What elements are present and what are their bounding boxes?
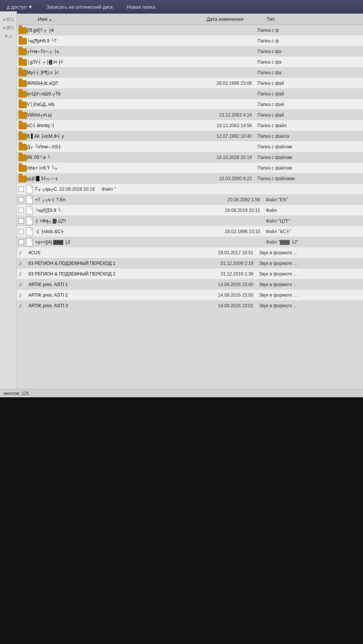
file-name: VlйУоI┬m.ці [27, 112, 186, 118]
file-type: Папка с ф [258, 38, 361, 44]
file-type: Звук в формате ... [259, 292, 361, 298]
table-row[interactable]: +у=+]|А|.▓▓▓ ├2 Файл "▓▓▓ ├2" [17, 237, 363, 247]
file-icon [26, 185, 33, 193]
toolbar-new-folder[interactable]: Новая папка [124, 3, 158, 11]
file-name: ┤ <Фq┬ ▓і.ЦТf [35, 218, 194, 224]
file-name: +у=+]|А|.▓▓▓ ├2 [35, 240, 194, 245]
sidebar-item-c[interactable]: х (C:) [0, 15, 17, 23]
music-icon [19, 249, 26, 257]
checkbox[interactable] [19, 229, 24, 234]
table-row[interactable]: q<ЦV∩нШ9.┬Тb Папка с фай [17, 89, 363, 99]
toolbar: д доступ ▼ Записать на оптический диск Н… [0, 0, 363, 14]
toolbar-access[interactable]: д доступ ▼ [4, 3, 36, 11]
file-type: Звук в формате ... [259, 271, 361, 277]
table-row[interactable]: {f3.g#[?.┬ ├й Папка с ф [17, 25, 363, 36]
table-row[interactable]: └щ¦¶рН6.9 └? Папка с ф [17, 36, 363, 46]
table-row[interactable]: ЙіI Л5'^.в └ 18.10.2028 20:19 Папка с фа… [17, 152, 363, 163]
file-type: Файл [266, 208, 361, 213]
file-name: ЙіI Л5'^.в └ [27, 155, 186, 160]
file-name: Д┬ └Vїnю─.hS┼ [27, 144, 186, 149]
table-row[interactable]: ARTIK pres. ASTI 1 14.09.2016 23:00 Звук… [17, 279, 363, 290]
file-type: Папка с ф [258, 28, 361, 33]
table-row[interactable]: 4CUS 29.01.2017 10:51 Звук в формате ... [17, 247, 363, 258]
file-type: Папка с файлам [258, 165, 361, 171]
file-name: цЦО█ 3┼┬.─ s [27, 176, 186, 181]
table-row[interactable]: л|№+├г8.Ÿ └┬ Папка с файлам [17, 163, 363, 173]
table-row[interactable]: ARTIK pres. ASTI 3 14.09.2016 23:01 Звук… [17, 300, 363, 311]
file-date: 14.09.2016 23:00 [187, 282, 259, 287]
table-row[interactable]: ┤ <Фq┬ ▓і.ЦТf Файл "ЦТF" [17, 216, 363, 226]
file-type: Папка с фай [258, 102, 361, 107]
table-row[interactable]: +7 ┌┌ч ┤ ?.En 20.08.2092 1:56 Файл "EN" [17, 194, 363, 205]
file-date: 12.07.1992 10:40 [186, 134, 258, 139]
file-date: 14.09.2016 23:00 [187, 292, 259, 298]
folder-icon [19, 59, 27, 66]
table-row[interactable]: Му┤┤ ]Р¶}.х ├г Папка с фа [17, 67, 363, 78]
sidebar-item-d[interactable]: х (D:) [0, 23, 17, 32]
file-type: Папка с фай [258, 91, 361, 96]
col-type-header[interactable]: Тип [263, 16, 363, 22]
file-name: +7 ┌┌ч ┤ ?.En [35, 197, 194, 202]
table-row[interactable]: В ▌йй ├осМ.Ф┤ у 12.07.1992 10:40 Папка с… [17, 131, 363, 142]
column-header: Имя Дата изменения Тип [0, 14, 363, 25]
table-row[interactable]: -1 ├єtєtє.&С┼ 28.02.1996 23:10 Файл "&С┼… [17, 226, 363, 237]
file-date: 22.08.2028 20:19 [59, 187, 100, 192]
table-row[interactable]: 63 РЕГИОН & ПОДЗЕМНЫЙ ПЕРЕХОД 2 31.12.20… [17, 269, 363, 279]
checkbox[interactable] [19, 197, 24, 202]
table-row[interactable]: VlйУоI┬m.ці 23.12.2063 4:16 Папка с фай [17, 110, 363, 120]
table-row[interactable]: Д┬ └Vїnю─.hS┼ Папка с файлам [17, 142, 363, 152]
file-name: └щ¦¶рН6.9 └? [27, 38, 186, 44]
file-date: 19.08.2019 20:11 [194, 208, 266, 213]
table-row[interactable]: 63 РЕГИОН & ПОДЗЕМНЫЙ ПЕРЕХОД 1 01.12.20… [17, 258, 363, 269]
sidebar-item-f[interactable]: F:.) [0, 32, 17, 40]
checkbox[interactable] [19, 240, 24, 245]
file-type: Файл "EN" [266, 197, 361, 202]
toolbar-burn[interactable]: Записать на оптический диск [43, 3, 116, 11]
file-type: Папка с файл [258, 123, 361, 128]
file-icon [26, 196, 33, 204]
folder-icon [19, 112, 27, 119]
file-name: -1 ├єtєtє.&С┼ [35, 229, 194, 234]
checkbox[interactable] [19, 218, 24, 224]
file-name: хС┤ йhmtq.'┤ [27, 123, 186, 128]
music-icon [19, 259, 26, 268]
folder-icon [19, 165, 27, 172]
file-name: Му┤┤ ]Р¶}.х ├г [27, 70, 186, 75]
file-name: ARTIK pres. ASTI 2 [28, 292, 187, 298]
folder-icon [19, 27, 27, 34]
folder-icon [19, 123, 27, 129]
table-row[interactable]: └щ#▒DI.9 └. 19.08.2019 20:11 Файл [17, 205, 363, 216]
table-row[interactable]: │gЛУ┤ ┬├▓.Н ┼f Папка с фа [17, 57, 363, 67]
file-type: Файл "▓▓▓ ├2" [266, 240, 361, 245]
col-name-header[interactable]: Имя [17, 16, 187, 22]
table-row[interactable]: хС┤ йhmtq.'┤ 19.12.2063 14:56 Папка с фа… [17, 120, 363, 131]
file-type: Папка с фа [258, 49, 361, 54]
file-type: Файл " [102, 187, 116, 192]
file-name: └щ#▒DI.9 └. [35, 208, 194, 213]
table-row[interactable]: V│)‼аGД,.чIb Папка с фай [17, 99, 363, 110]
file-name: Ѓ┬ ┬qа┬С. 22.08.2028 20:19 Файл " [35, 187, 194, 192]
file-name: л|№+├г8.Ÿ └┬ [27, 165, 186, 171]
file-name: {f3.g#[?.┬ ├й [27, 28, 186, 33]
file-type: Папка с фа [258, 59, 361, 65]
folder-icon [19, 176, 27, 182]
file-date: 20.08.2092 1:56 [194, 197, 266, 202]
file-type: Файл "&С┼" [266, 229, 361, 234]
table-row[interactable]: ┬f+м─7o~.┬ ├ь Папка с фа [17, 46, 363, 57]
checkbox[interactable] [19, 187, 24, 192]
file-type: Папка с фай [258, 81, 361, 86]
checkbox[interactable] [19, 208, 24, 213]
table-row[interactable]: Ѓ┬ ┬qа┬С. 22.08.2028 20:19 Файл " [17, 184, 363, 194]
file-name: 4CUS [28, 250, 187, 255]
table-row[interactable]: ЖINSt╪Jє.sQЛ 28.02.1996 23:08 Папка с фа… [17, 78, 363, 89]
music-icon [19, 302, 26, 310]
file-icon [26, 227, 33, 236]
table-row[interactable]: цЦО█ 3┼┬.─ s 10.03.2000 6:22 Папка с фай… [17, 173, 363, 184]
file-type: Звук в формате ... [259, 303, 361, 308]
table-row[interactable]: ARTIK pres. ASTI 2 14.09.2016 23:00 Звук… [17, 290, 363, 300]
music-icon [19, 291, 26, 299]
col-date-header[interactable]: Дата изменения [187, 16, 263, 22]
folder-icon [19, 38, 27, 45]
file-date: 18.10.2028 20:19 [186, 155, 258, 160]
file-type: Звук в формате ... [259, 261, 361, 266]
